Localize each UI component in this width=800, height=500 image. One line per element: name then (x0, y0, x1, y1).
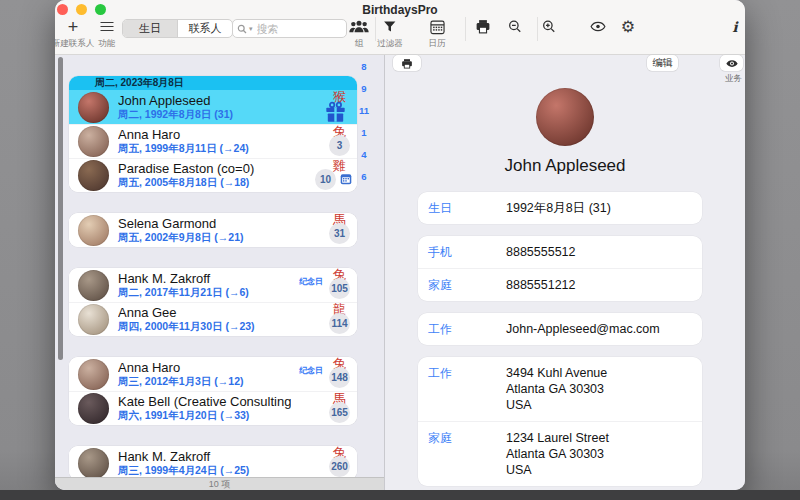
birthday-list-panel: 周二, 2023年8月8日 John Appleseed 周二, 1992年8月… (55, 55, 385, 490)
filter-label: 过滤器 (377, 38, 403, 50)
detail-contact-name: John Appleseed (385, 156, 745, 176)
contact-date: 周二, 2017年11月21日 (→6) (118, 286, 291, 299)
business-view-button[interactable] (720, 55, 743, 71)
traffic-lights (57, 4, 106, 15)
contact-name: Hank M. Zakroff (118, 450, 291, 464)
zoom-out-button[interactable] (508, 17, 523, 36)
list-group-card: Hank M. Zakroff 周二, 2017年11月21日 (→6) 兔 纪… (69, 268, 357, 336)
detail-card: 工作 3494 Kuhl Avenue Atlanta GA 30303 USA… (418, 357, 702, 486)
detail-field-row[interactable]: 家庭 1234 Laurel Street Atlanta GA 30303 U… (418, 421, 702, 486)
contact-row[interactable]: Hank M. Zakroff 周三, 1999年4月24日 (→25) 兔 2… (69, 446, 357, 480)
printer-icon (474, 17, 492, 36)
contact-row-text: Kate Bell (Creative Consulting) 周六, 1991… (118, 395, 291, 422)
contact-name: Paradise Easton (co=0) (118, 162, 291, 176)
contact-name: John Appleseed (118, 94, 291, 108)
index-number[interactable]: 6 (361, 172, 366, 182)
functions-button[interactable]: 功能 (99, 17, 116, 50)
contact-date: 周三, 2012年1月3日 (→12) (118, 375, 291, 388)
field-label: 工作 (428, 321, 506, 337)
contact-name: Anna Haro (118, 361, 291, 375)
contact-row-text: John Appleseed 周二, 1992年8月8日 (31) (118, 94, 291, 121)
desktop-edge (0, 490, 800, 500)
contact-row[interactable]: Anna Haro 周五, 1999年8月11日 (→24) 兔 3 (69, 124, 357, 158)
contact-row[interactable]: Selena Garmond 周五, 2002年9月8日 (→21) 馬 31 (69, 213, 357, 247)
contact-detail-panel: 编辑 业务 John Appleseed 生日 1992年8月8日 (31) 手… (385, 55, 745, 490)
toolbar-separator (537, 17, 538, 41)
print-button[interactable] (474, 17, 492, 36)
contact-row[interactable]: Paradise Easton (co=0) 周五, 2005年8月18日 (→… (69, 158, 357, 192)
contact-row[interactable]: Anna Gee 周四, 2000年11月30日 (→23) 龍 114 (69, 302, 357, 336)
contact-name: Anna Gee (118, 306, 291, 320)
contact-row-right: 雞 10 (291, 159, 353, 193)
detail-field-row[interactable]: 工作 3494 Kuhl Avenue Atlanta GA 30303 USA (418, 357, 702, 421)
close-window-button[interactable] (57, 4, 68, 15)
list-group-card: 周二, 2023年8月8日 John Appleseed 周二, 1992年8月… (69, 76, 357, 192)
contact-row[interactable]: Hank M. Zakroff 周二, 2017年11月21日 (→6) 兔 纪… (69, 268, 357, 302)
toolbar-separator (375, 17, 376, 41)
zodiac-label: 雞 (333, 159, 346, 173)
search-field[interactable]: ▾ (232, 19, 347, 38)
detail-cards: 生日 1992年8月8日 (31) 手机 8885555512 家庭 88855… (418, 192, 702, 490)
avatar (78, 126, 109, 157)
filter-button[interactable]: 过滤器 (377, 17, 403, 50)
mini-calendar-icon (340, 173, 352, 185)
detail-field-row[interactable]: 家庭 8885551212 (418, 268, 702, 301)
list-status-bar: 10 项 (55, 477, 384, 490)
index-number[interactable]: 8 (361, 62, 366, 72)
tab-birthdays[interactable]: 生日 (123, 20, 177, 37)
settings-button[interactable]: ⚙ (621, 17, 635, 36)
tab-contacts[interactable]: 联系人 (177, 20, 232, 37)
contact-date: 周四, 2000年11月30日 (→23) (118, 320, 291, 333)
list-group-card: Hank M. Zakroff 周三, 1999年4月24日 (→25) 兔 2… (69, 446, 357, 480)
days-badge: 148 (329, 367, 350, 388)
search-input[interactable] (255, 22, 329, 36)
field-label: 生日 (428, 200, 506, 216)
contact-date: 周五, 2002年9月8日 (→21) (118, 231, 291, 244)
contact-name: Hank M. Zakroff (118, 272, 291, 286)
contact-row-right: 馬 165 (291, 392, 353, 426)
contact-row-text: Hank M. Zakroff 周三, 1999年4月24日 (→25) (118, 450, 291, 477)
days-badge: 31 (329, 223, 350, 244)
avatar (78, 270, 109, 301)
list-scrollbar[interactable] (58, 57, 63, 360)
zoom-in-button[interactable] (542, 17, 557, 36)
view-segmented-control: 生日 联系人 (122, 19, 233, 38)
index-number[interactable]: 4 (361, 150, 366, 160)
field-value: 8885551212 (506, 277, 576, 293)
contact-row[interactable]: John Appleseed 周二, 1992年8月8日 (31) 猴 (69, 90, 357, 124)
contact-name: Selena Garmond (118, 217, 291, 231)
calendar-button[interactable]: 日历 (429, 17, 446, 50)
index-number[interactable]: 1 (361, 128, 366, 138)
group-button[interactable]: 组 (349, 17, 370, 50)
contact-date: 周三, 1999年4月24日 (→25) (118, 464, 291, 477)
info-button[interactable]: i (732, 17, 737, 36)
minimize-window-button[interactable] (76, 4, 87, 15)
contact-row-right: 兔 纪念日 105 (291, 268, 353, 302)
functions-label: 功能 (99, 38, 116, 50)
contact-row-text: Hank M. Zakroff 周二, 2017年11月21日 (→6) (118, 272, 291, 299)
zoom-in-icon (542, 17, 557, 36)
detail-field-row[interactable]: 生日 1992年8月8日 (31) (418, 192, 702, 224)
avatar (78, 448, 109, 479)
visibility-button[interactable] (590, 17, 607, 36)
contact-row[interactable]: Anna Haro 周三, 2012年1月3日 (→12) 兔 纪念日 148 (69, 357, 357, 391)
search-menu-chevron-icon[interactable]: ▾ (249, 25, 253, 33)
contact-row[interactable]: Kate Bell (Creative Consulting) 周六, 1991… (69, 391, 357, 425)
zoom-window-button[interactable] (95, 4, 106, 15)
new-contact-label: 新建联系人 (55, 38, 94, 50)
detail-print-button[interactable] (393, 55, 421, 71)
new-contact-button[interactable]: + 新建联系人 (55, 17, 94, 50)
detail-field-row[interactable]: 工作 John-Appleseed@mac.com (418, 313, 702, 345)
detail-field-row[interactable]: 手机 8885555512 (418, 236, 702, 268)
field-label: 家庭 (428, 277, 506, 293)
avatar (78, 304, 109, 335)
days-badge: 10 (315, 169, 336, 190)
days-badge: 114 (329, 313, 350, 334)
contact-row-right: 兔 3 (291, 125, 353, 159)
index-number[interactable]: 9 (361, 84, 366, 94)
eye-icon (725, 59, 739, 68)
edit-button[interactable]: 编辑 (647, 55, 678, 71)
toolbar-separator (465, 17, 466, 41)
field-value: 1234 Laurel Street Atlanta GA 30303 USA (506, 430, 609, 478)
index-number[interactable]: 11 (359, 106, 369, 116)
